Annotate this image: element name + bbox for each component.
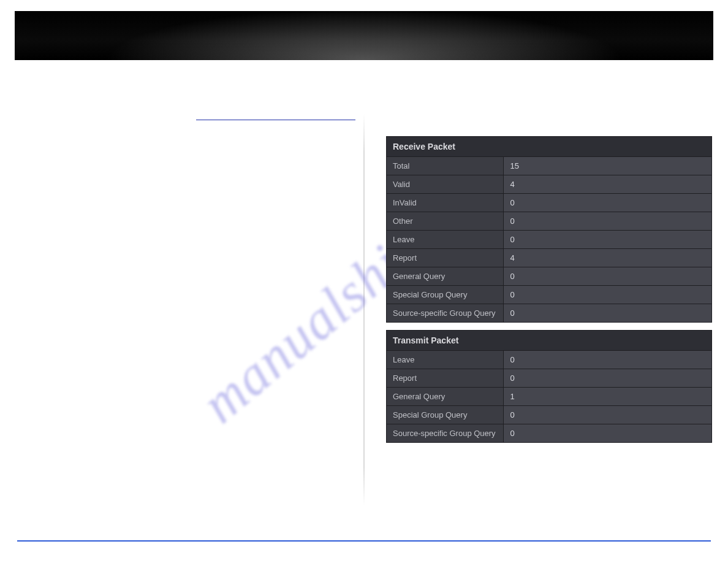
- receive-packet-table: Receive Packet Total 15 Valid 4 InValid …: [386, 136, 712, 323]
- table-row: Leave 0: [387, 351, 711, 369]
- row-value: 4: [504, 249, 711, 267]
- table-row: Valid 4: [387, 175, 711, 193]
- top-banner: [15, 11, 713, 60]
- row-label: Source-specific Group Query: [387, 424, 503, 442]
- table-row: Report 0: [387, 369, 711, 387]
- row-label: General Query: [387, 267, 503, 285]
- table-row: Source-specific Group Query 0: [387, 424, 711, 442]
- row-label: Leave: [387, 231, 503, 248]
- table-row: Other 0: [387, 212, 711, 230]
- row-label: Valid: [387, 175, 503, 193]
- row-value: 0: [504, 231, 711, 248]
- table-row: General Query 1: [387, 388, 711, 405]
- row-value: 15: [504, 157, 711, 175]
- row-label: InValid: [387, 194, 503, 212]
- left-area: [196, 120, 355, 120]
- row-value: 0: [504, 212, 711, 230]
- table-row: Special Group Query 0: [387, 286, 711, 304]
- row-label: Report: [387, 369, 503, 387]
- table-row: Leave 0: [387, 231, 711, 248]
- table-row: Special Group Query 0: [387, 406, 711, 424]
- table-row: General Query 0: [387, 267, 711, 285]
- heading-underline: [196, 120, 355, 120]
- row-value: 0: [504, 351, 711, 369]
- row-label: Special Group Query: [387, 286, 503, 304]
- row-value: 1: [504, 388, 711, 405]
- row-value: 0: [504, 424, 711, 442]
- row-value: 0: [504, 286, 711, 304]
- row-value: 0: [504, 406, 711, 424]
- receive-title: Receive Packet: [387, 137, 711, 156]
- row-value: 0: [504, 369, 711, 387]
- bottom-rule: [17, 540, 711, 542]
- row-label: Report: [387, 249, 503, 267]
- table-row: Source-specific Group Query 0: [387, 304, 711, 322]
- table-row: Total 15: [387, 157, 711, 175]
- table-row: InValid 0: [387, 194, 711, 212]
- row-label: Source-specific Group Query: [387, 304, 503, 322]
- row-value: 4: [504, 175, 711, 193]
- vertical-divider: [363, 113, 365, 506]
- row-label: Special Group Query: [387, 406, 503, 424]
- row-label: Total: [387, 157, 503, 175]
- transmit-packet-table: Transmit Packet Leave 0 Report 0 General…: [386, 330, 712, 443]
- row-label: General Query: [387, 388, 503, 405]
- table-row: Report 4: [387, 249, 711, 267]
- row-value: 0: [504, 304, 711, 322]
- row-value: 0: [504, 194, 711, 212]
- row-label: Other: [387, 212, 503, 230]
- transmit-title: Transmit Packet: [387, 331, 711, 350]
- row-label: Leave: [387, 351, 503, 369]
- row-value: 0: [504, 267, 711, 285]
- stats-tables: Receive Packet Total 15 Valid 4 InValid …: [386, 136, 712, 443]
